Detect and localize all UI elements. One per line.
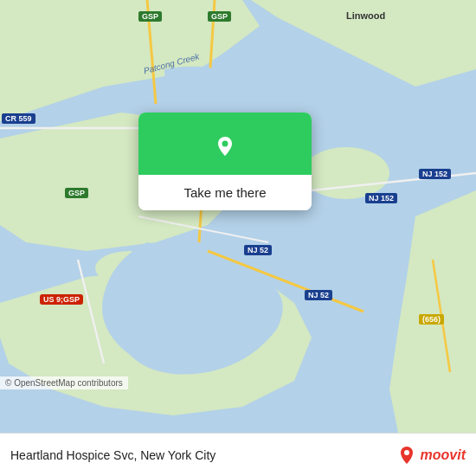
road-gsp-2: GSP [138, 12, 162, 21]
road-nj52-1: NJ 52 [244, 246, 272, 254]
location-pin-icon [209, 130, 241, 161]
popup-card: Take me there [138, 113, 312, 210]
popup-header [138, 113, 312, 175]
road-cr559: CR 559 [2, 114, 35, 123]
svg-point-6 [303, 147, 389, 199]
place-name: Heartland Hospice Svc, New York City [10, 448, 215, 462]
map-container: Linwood Patcong Creek GSP GSP GSP CR 559… [0, 0, 476, 433]
moovit-text: moovit [421, 447, 466, 463]
moovit-logo: moovit [396, 445, 466, 466]
moovit-pin-icon [396, 445, 417, 466]
road-nj152-1: NJ 152 [365, 194, 397, 203]
take-me-there-button[interactable]: Take me there [138, 175, 312, 210]
svg-point-17 [222, 141, 228, 147]
road-nj152-2: NJ 152 [419, 170, 451, 178]
road-us9gsp: US 9;GSP [40, 295, 83, 304]
road-656: (656) [419, 315, 444, 324]
road-nj52-2: NJ 52 [305, 291, 332, 299]
linwood-label: Linwood [346, 10, 385, 21]
road-gsp-3: GSP [65, 189, 88, 197]
road-gsp-1: GSP [208, 12, 231, 21]
bottom-bar: Heartland Hospice Svc, New York City moo… [0, 433, 476, 476]
svg-point-18 [404, 450, 409, 455]
attribution-bar: © OpenStreetMap contributors [0, 376, 128, 389]
